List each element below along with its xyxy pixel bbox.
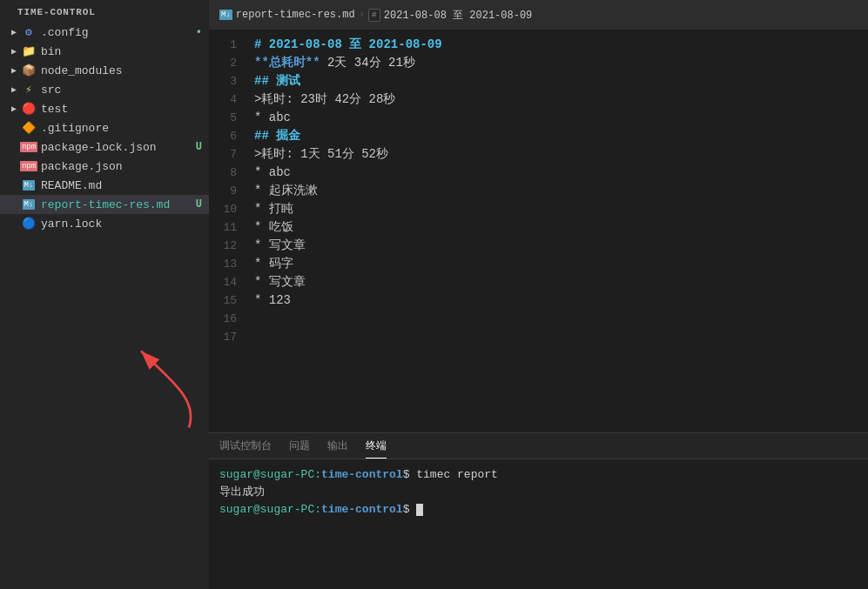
code-line: * 吃饭 (254, 218, 858, 237)
code-line: >耗时: 1天 51分 52秒 (254, 145, 858, 164)
sidebar-item-label: node_modules (41, 64, 209, 77)
folder-icon: ⚙ (21, 25, 37, 39)
terminal-cmd-2: $ (403, 503, 417, 516)
panel-tabs: 调试控制台 问题 输出 终端 (209, 433, 868, 459)
prompt-sep-2: : (314, 503, 321, 516)
sidebar-title: TIME-CONTROL (0, 0, 209, 23)
breadcrumb: M↓ report-timec-res.md › # 2021-08-08 至 … (209, 8, 542, 23)
sidebar-item-label: .config (41, 26, 196, 39)
arrow-icon: ▶ (7, 84, 21, 95)
breadcrumb-section: 2021-08-08 至 2021-08-09 (384, 8, 532, 23)
sidebar-item-label: src (41, 84, 209, 97)
sidebar-item-config[interactable]: ▶ ⚙ .config • (0, 23, 209, 42)
sidebar-item-label: package.json (41, 160, 209, 173)
sidebar-item-label: package-lock.json (41, 141, 196, 154)
tab-debug[interactable]: 调试控制台 (219, 435, 272, 458)
sidebar-item-pkg[interactable]: ▶ npm package.json (0, 157, 209, 176)
code-line: * 写文章 (254, 237, 858, 255)
sidebar-item-report[interactable]: ▶ M↓ report-timec-res.md U (0, 195, 209, 214)
terminal-output: 导出成功 (219, 485, 265, 499)
file-icon: npm (21, 140, 37, 154)
dot-badge: • (196, 26, 202, 38)
code-line: ## 掘金 (254, 127, 858, 145)
code-line: * 码字 (254, 255, 858, 273)
editor-breadcrumb-bar: M↓ report-timec-res.md › # 2021-08-08 至 … (209, 0, 868, 30)
arrow-icon: ▶ (7, 104, 21, 114)
modified-badge: U (196, 141, 202, 153)
code-line: ## 测试 (254, 72, 858, 90)
line-numbers: 1234567891011121314151617 (209, 30, 244, 432)
prompt-user: sugar@sugar-PC (219, 468, 314, 481)
code-line: # 2021-08-08 至 2021-08-09 (254, 36, 858, 54)
code-line: * 123 (254, 291, 858, 310)
tab-problems[interactable]: 问题 (289, 435, 310, 458)
sidebar-item-label: .gitignore (41, 122, 209, 135)
file-icon: 🔵 (21, 217, 37, 231)
sidebar-item-node-modules[interactable]: ▶ 📦 node_modules (0, 61, 209, 80)
sidebar-item-label: test (41, 103, 209, 116)
terminal-line-1: sugar@sugar-PC:time-control$ timec repor… (219, 466, 858, 484)
breadcrumb-sep: › (359, 9, 365, 21)
sidebar-item-src[interactable]: ▶ ⚡ src (0, 80, 209, 99)
file-icon: npm (21, 159, 37, 173)
code-line: * abc (254, 164, 858, 182)
sidebar-item-gitignore[interactable]: ▶ 🔶 .gitignore (0, 118, 209, 137)
code-content[interactable]: # 2021-08-08 至 2021-08-09**总耗时** 2天 34分 … (244, 30, 868, 432)
bottom-panel: 调试控制台 问题 输出 终端 sugar@sugar-PC:time-contr… (209, 432, 868, 589)
sidebar-item-label: yarn.lock (41, 218, 209, 231)
prompt-dir: time-control (321, 468, 403, 481)
sidebar-item-label: report-timec-res.md (41, 198, 196, 211)
folder-icon: 📦 (21, 64, 37, 77)
breadcrumb-filename: report-timec-res.md (236, 9, 355, 21)
terminal-line-2: 导出成功 (219, 484, 858, 501)
arrow-icon: ▶ (7, 65, 21, 76)
sidebar-item-pkglock[interactable]: ▶ npm package-lock.json U (0, 137, 209, 157)
sidebar-item-yarn[interactable]: ▶ 🔵 yarn.lock (0, 214, 209, 233)
terminal-cmd: $ timec report (403, 468, 498, 481)
arrow-icon: ▶ (7, 46, 21, 57)
sidebar: TIME-CONTROL ▶ ⚙ .config • ▶ 📁 bin ▶ 📦 n… (0, 0, 209, 589)
prompt-dir-2: time-control (321, 503, 403, 516)
sidebar-item-test[interactable]: ▶ 🔴 test (0, 99, 209, 118)
sidebar-item-readme[interactable]: ▶ M↓ README.md (0, 176, 209, 195)
code-line: **总耗时** 2天 34分 21秒 (254, 54, 858, 72)
file-icon: M↓ (21, 197, 37, 211)
code-line: * 起床洗漱 (254, 182, 858, 200)
code-line: * abc (254, 109, 858, 127)
code-line: * 写文章 (254, 273, 858, 291)
tab-output[interactable]: 输出 (327, 435, 348, 458)
sidebar-item-label: bin (41, 45, 209, 58)
sidebar-item-label: README.md (41, 179, 209, 192)
file-icon: M↓ (21, 178, 37, 192)
code-line: * 打盹 (254, 200, 858, 218)
code-line: >耗时: 23时 42分 28秒 (254, 90, 858, 109)
prompt-user-2: sugar@sugar-PC (219, 503, 314, 516)
sidebar-item-bin[interactable]: ▶ 📁 bin (0, 42, 209, 61)
terminal-content[interactable]: sugar@sugar-PC:time-control$ timec repor… (209, 459, 868, 589)
folder-icon: 🔴 (21, 102, 37, 116)
editor-area: M↓ report-timec-res.md › # 2021-08-08 至 … (209, 0, 868, 589)
section-icon: # (368, 9, 380, 22)
folder-icon: ⚡ (21, 83, 37, 97)
folder-icon: 📁 (21, 44, 37, 58)
md-icon: M↓ (219, 10, 232, 20)
terminal-cursor (416, 504, 423, 516)
git-icon: 🔶 (21, 121, 37, 135)
arrow-icon: ▶ (7, 27, 21, 37)
code-editor: 1234567891011121314151617 # 2021-08-08 至… (209, 30, 868, 432)
modified-badge: U (196, 198, 202, 211)
prompt-sep: : (314, 468, 321, 481)
tab-terminal[interactable]: 终端 (366, 435, 387, 458)
terminal-line-3: sugar@sugar-PC:time-control$ (219, 501, 858, 519)
